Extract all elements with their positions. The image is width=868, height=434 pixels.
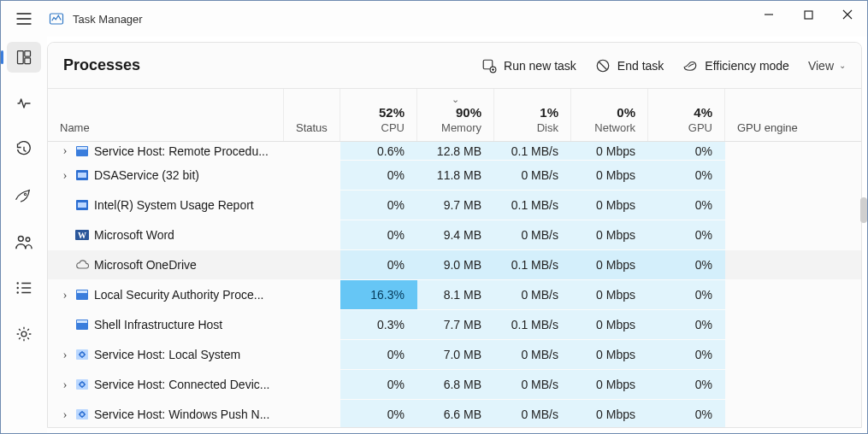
col-network-label: Network (594, 121, 635, 134)
process-name: Service Host: Connected Devic... (94, 378, 269, 391)
end-task-icon (595, 58, 611, 73)
col-memory[interactable]: ⌄ 90% Memory (417, 89, 494, 141)
col-cpu-total: 52% (379, 105, 404, 120)
process-icon: W (75, 228, 89, 242)
process-name: Microsoft OneDrive (94, 258, 197, 272)
process-name: Service Host: Remote Procedu... (94, 144, 269, 158)
table-row[interactable]: ›Shell Infrastructure Host0.3%7.7 MB0.1 … (48, 310, 861, 340)
process-name: Shell Infrastructure Host (94, 318, 222, 331)
cell-memory: 6.8 MB (417, 370, 494, 399)
svg-rect-31 (76, 409, 88, 419)
col-memory-label: Memory (441, 121, 481, 134)
cell-cpu: 16.3% (340, 280, 417, 309)
rail-app-history[interactable] (7, 134, 41, 165)
table-header: Name Status 52% CPU ⌄ 90% Memory 1% Disk… (48, 89, 861, 142)
cell-gpu: 0% (648, 310, 725, 339)
cell-disk: 0 MB/s (494, 400, 571, 427)
table-row[interactable]: ›Service Host: Local System0%7.0 MB0 MB/… (48, 340, 861, 370)
efficiency-mode-label: Efficiency mode (705, 59, 789, 73)
col-network[interactable]: 0% Network (571, 89, 648, 141)
rail-startup[interactable] (7, 180, 41, 211)
end-task-label: End task (617, 59, 664, 73)
rail-processes[interactable] (7, 42, 41, 73)
cell-gpu: 0% (648, 220, 725, 249)
cell-name: ›Service Host: Windows Push N... (48, 400, 284, 427)
col-disk[interactable]: 1% Disk (494, 89, 571, 141)
run-new-task-label: Run new task (504, 59, 576, 73)
rail-details[interactable] (7, 273, 41, 303)
svg-point-11 (21, 331, 27, 337)
process-name: Local Security Authority Proce... (94, 288, 263, 302)
rail-users[interactable] (7, 226, 41, 257)
table-row[interactable]: ›Service Host: Windows Push N...0%6.6 MB… (48, 400, 861, 427)
task-manager-icon (47, 9, 66, 28)
cell-gpu-engine (725, 370, 861, 399)
cell-cpu: 0% (340, 370, 417, 399)
minimize-button[interactable] (749, 1, 788, 28)
cell-name: ›WMicrosoft Word (48, 220, 284, 249)
col-gpu[interactable]: 4% GPU (648, 89, 725, 141)
col-gpu-engine[interactable]: GPU engine (725, 89, 861, 141)
table-row[interactable]: ›Microsoft OneDrive0%9.0 MB0.1 MB/s0 Mbp… (48, 250, 861, 280)
svg-rect-3 (25, 51, 31, 57)
col-gpu-total: 4% (694, 105, 712, 120)
table-row[interactable]: ›Intel(R) System Usage Report0%9.7 MB0.1… (48, 191, 861, 220)
scrollbar-thumb[interactable] (860, 197, 867, 223)
run-task-icon (481, 58, 497, 73)
cell-memory: 7.0 MB (417, 340, 494, 369)
table-row[interactable]: ›Service Host: Connected Devic...0%6.8 M… (48, 370, 861, 400)
process-table-body[interactable]: ›Service Host: Remote Procedu...0.6%12.8… (48, 142, 861, 427)
col-status[interactable]: Status (284, 89, 340, 141)
cell-memory: 9.4 MB (417, 220, 494, 249)
svg-point-8 (17, 282, 19, 284)
cell-network: 0 Mbps (571, 161, 648, 190)
cell-gpu-engine (725, 191, 861, 220)
expand-toggle-icon[interactable]: › (60, 348, 70, 362)
cell-name: ›Service Host: Connected Devic... (48, 370, 284, 399)
cell-disk: 0.1 MB/s (494, 191, 571, 220)
col-disk-total: 1% (540, 105, 558, 120)
run-new-task-button[interactable]: Run new task (481, 58, 576, 73)
close-button[interactable] (828, 1, 867, 28)
cell-cpu: 0% (340, 220, 417, 249)
maximize-button[interactable] (788, 1, 828, 28)
svg-rect-16 (77, 147, 87, 150)
svg-rect-18 (78, 173, 86, 178)
expand-toggle-icon[interactable]: › (60, 408, 70, 422)
cell-cpu: 0.6% (340, 142, 417, 160)
cell-status (284, 400, 340, 427)
expand-toggle-icon[interactable]: › (60, 378, 70, 392)
rail-performance[interactable] (7, 88, 41, 119)
table-row[interactable]: ›Service Host: Remote Procedu...0.6%12.8… (48, 142, 861, 161)
cell-disk: 0 MB/s (494, 370, 571, 399)
svg-rect-29 (76, 379, 88, 390)
cell-memory: 12.8 MB (417, 142, 494, 160)
rail-services[interactable] (7, 319, 41, 349)
end-task-button[interactable]: End task (595, 58, 664, 73)
cell-name: ›Service Host: Local System (48, 340, 284, 369)
cell-disk: 0 MB/s (494, 280, 571, 309)
col-name[interactable]: Name (48, 89, 284, 141)
svg-rect-1 (805, 11, 812, 19)
table-row[interactable]: ›DSAService (32 bit)0%11.8 MB0 MB/s0 Mbp… (48, 161, 861, 191)
col-cpu[interactable]: 52% CPU (340, 89, 417, 141)
svg-text:W: W (78, 231, 86, 240)
expand-toggle-icon[interactable]: › (60, 144, 70, 158)
process-icon (75, 378, 89, 391)
expand-toggle-icon[interactable]: › (60, 288, 70, 302)
efficiency-mode-button[interactable]: Efficiency mode (682, 58, 789, 73)
cell-gpu-engine (725, 250, 861, 279)
window-controls (749, 1, 867, 37)
col-memory-total: 90% (456, 105, 481, 120)
cell-memory: 6.6 MB (417, 400, 494, 427)
col-name-label: Name (60, 121, 271, 134)
hamburger-menu-button[interactable] (1, 1, 47, 37)
cell-cpu: 0% (340, 161, 417, 190)
cell-gpu: 0% (648, 142, 725, 160)
process-name: Service Host: Local System (94, 348, 240, 361)
table-row[interactable]: ›WMicrosoft Word0%9.4 MB0 MB/s0 Mbps0% (48, 220, 861, 250)
cell-status (284, 161, 340, 190)
table-row[interactable]: ›Local Security Authority Proce...16.3%8… (48, 280, 861, 310)
expand-toggle-icon[interactable]: › (60, 168, 70, 183)
view-menu-button[interactable]: View ⌄ (808, 59, 846, 73)
